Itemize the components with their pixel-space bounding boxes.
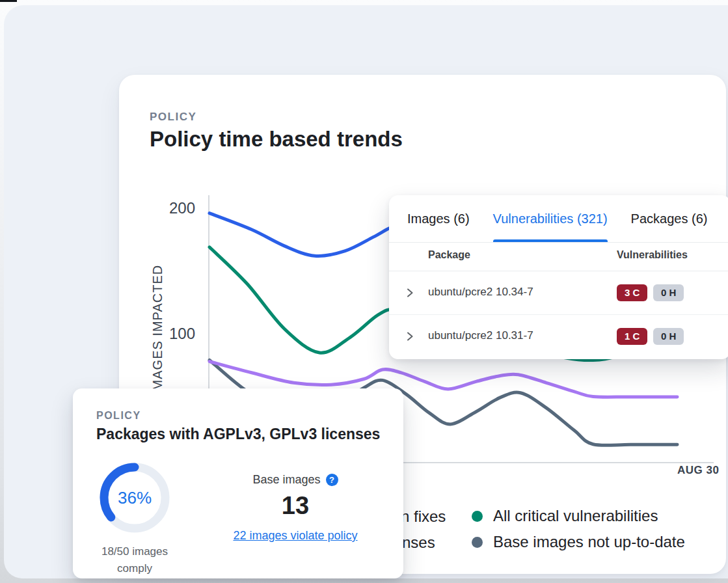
high-count-badge: 0 H (653, 328, 684, 345)
legend-item-fragment-licenses: nses (402, 534, 435, 552)
tab-images[interactable]: Images (6) (407, 195, 470, 242)
compliance-caption: 18/50 images comply (89, 543, 180, 577)
y-axis-tick-200: 200 (150, 199, 195, 217)
critical-count-badge: 1 C (617, 328, 647, 345)
legend-item-base-images: Base images not up-to-date (472, 532, 685, 552)
compliance-percent: 36% (98, 461, 171, 534)
caption-line-2: comply (89, 560, 180, 577)
violations-link[interactable]: 22 images violate policy (233, 529, 357, 543)
page-title: Policy time based trends (150, 127, 403, 152)
legend-dot-teal-icon (472, 511, 483, 522)
base-images-count: 13 (282, 492, 309, 520)
column-header-package: Package (428, 249, 470, 261)
legend-label: All critical vulnerabilities (493, 507, 658, 525)
base-images-label: Base images (252, 473, 320, 487)
table-row[interactable]: ubuntu/pcre2 10.34-7 3 C 0 H (389, 271, 728, 315)
chevron-right-icon[interactable] (405, 288, 415, 298)
table-row[interactable]: ubuntu/pcre2 10.31-7 1 C 0 H (389, 315, 728, 358)
legend-item-fragment-fixes: n fixes (401, 508, 446, 526)
critical-count-badge: 3 C (617, 284, 647, 301)
card-eyebrow: POLICY (96, 410, 141, 422)
package-name: ubuntu/pcre2 10.31-7 (428, 329, 533, 342)
high-count-badge: 0 H (653, 284, 684, 301)
base-images-stat: Base images ? 13 22 images violate polic… (224, 473, 367, 543)
package-name: ubuntu/pcre2 10.34-7 (428, 286, 533, 299)
x-axis-tick-aug30: AUG 30 (677, 464, 719, 477)
license-policy-panel: POLICY Packages with AGPLv3, GPLv3 licen… (73, 388, 403, 578)
top-left-edge-artifact (0, 0, 17, 2)
caption-line-1: 18/50 images (89, 543, 180, 560)
column-header-vulnerabilities: Vulnerabilities (617, 249, 688, 261)
chevron-right-icon[interactable] (405, 331, 415, 342)
legend-dot-slate-icon (472, 537, 483, 548)
tab-bar: Images (6) Vulnerabilities (321) Package… (389, 195, 728, 243)
license-policy-title: Packages with AGPLv3, GPLv3 licenses (96, 426, 380, 443)
table-header: Package Vulnerabilities (389, 243, 728, 271)
legend-item-all-critical: All critical vulnerabilities (472, 506, 658, 526)
vulnerabilities-panel: Images (6) Vulnerabilities (321) Package… (389, 195, 728, 359)
legend-label: Base images not up-to-date (493, 533, 685, 551)
tab-packages[interactable]: Packages (6) (631, 195, 708, 242)
help-icon[interactable]: ? (326, 474, 338, 486)
tab-vulnerabilities[interactable]: Vulnerabilities (321) (493, 195, 608, 242)
card-eyebrow: POLICY (150, 111, 196, 124)
